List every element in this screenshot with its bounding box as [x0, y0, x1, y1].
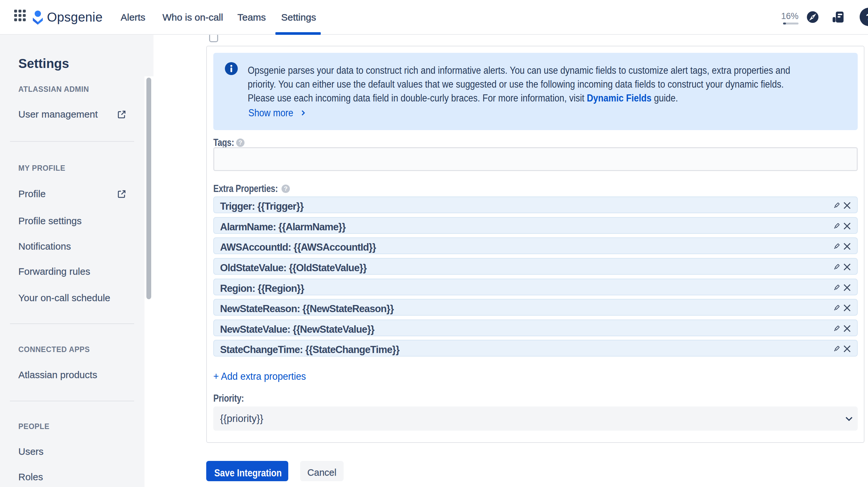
svg-text:?: ?	[866, 11, 868, 22]
